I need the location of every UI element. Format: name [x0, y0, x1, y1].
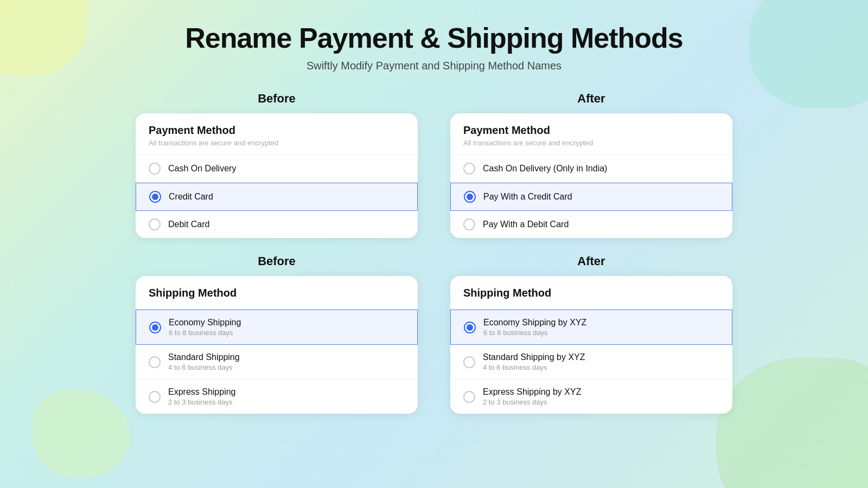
after-shipping-label-economy: Economy Shipping by XYZ	[483, 318, 586, 328]
radio-circle-cod-before	[149, 163, 161, 175]
before-shipping-label: Before	[136, 254, 418, 268]
after-shipping-sub-economy: 6 to 8 business days	[483, 329, 586, 337]
radio-circle-cod-after	[463, 163, 475, 175]
radio-circle-standard-after	[463, 356, 475, 368]
after-shipping-option-economy[interactable]: Economy Shipping by XYZ 6 to 8 business …	[450, 310, 732, 345]
before-shipping-column: Before Shipping Method Economy Shipping …	[136, 254, 418, 414]
before-payment-column: Before Payment Method All transactions a…	[136, 92, 418, 238]
after-shipping-card: Shipping Method Economy Shipping by XYZ …	[450, 276, 732, 414]
after-payment-label-cod: Cash On Delivery (Only in India)	[483, 164, 607, 174]
after-shipping-title: Shipping Method	[463, 287, 719, 299]
after-payment-label: After	[450, 92, 732, 106]
before-shipping-sub-express: 2 to 3 business days	[168, 398, 236, 406]
radio-circle-debit-after	[463, 219, 475, 230]
before-shipping-option-economy[interactable]: Economy Shipping 6 to 8 business days	[136, 310, 418, 345]
before-shipping-label-standard: Standard Shipping	[168, 352, 240, 362]
after-shipping-label-express: Express Shipping by XYZ	[483, 387, 581, 397]
before-shipping-text-express: Express Shipping 2 to 3 business days	[168, 387, 236, 406]
before-payment-label-debit: Debit Card	[168, 220, 209, 229]
after-shipping-sub-standard: 4 to 6 business days	[483, 363, 585, 371]
after-shipping-header: Shipping Method	[450, 276, 732, 310]
after-payment-option-cod[interactable]: Cash On Delivery (Only in India)	[450, 155, 732, 183]
before-payment-header: Payment Method All transactions are secu…	[136, 113, 418, 155]
before-payment-label: Before	[136, 92, 418, 106]
before-payment-option-cod[interactable]: Cash On Delivery	[136, 155, 418, 183]
before-payment-subtitle: All transactions are secure and encrypte…	[149, 139, 405, 147]
before-payment-label-cod: Cash On Delivery	[168, 164, 236, 174]
after-shipping-option-express[interactable]: Express Shipping by XYZ 2 to 3 business …	[450, 380, 732, 414]
after-shipping-text-standard: Standard Shipping by XYZ 4 to 6 business…	[483, 352, 585, 371]
radio-circle-credit-after	[464, 191, 476, 203]
after-payment-header: Payment Method All transactions are secu…	[450, 113, 732, 155]
before-payment-option-credit[interactable]: Credit Card	[136, 183, 418, 211]
radio-circle-express-after	[463, 391, 475, 403]
before-shipping-label-economy: Economy Shipping	[169, 318, 241, 328]
after-payment-label-credit: Pay With a Credit Card	[483, 192, 572, 202]
after-shipping-sub-express: 2 to 3 business days	[483, 398, 581, 406]
before-shipping-sub-economy: 6 to 8 business days	[169, 329, 241, 337]
before-shipping-option-standard[interactable]: Standard Shipping 4 to 6 business days	[136, 345, 418, 380]
comparison-grid: Before Payment Method All transactions a…	[136, 92, 732, 414]
page-subtitle: Swiftly Modify Payment and Shipping Meth…	[307, 60, 561, 72]
before-shipping-header: Shipping Method	[136, 276, 418, 310]
before-shipping-card: Shipping Method Economy Shipping 6 to 8 …	[136, 276, 418, 414]
before-shipping-text-economy: Economy Shipping 6 to 8 business days	[169, 318, 241, 337]
radio-circle-debit-before	[149, 219, 161, 230]
after-shipping-label: After	[450, 254, 732, 268]
after-payment-subtitle: All transactions are secure and encrypte…	[463, 139, 719, 147]
before-payment-card: Payment Method All transactions are secu…	[136, 113, 418, 238]
radio-circle-economy-before	[149, 322, 161, 333]
before-payment-label-credit: Credit Card	[169, 192, 213, 202]
after-shipping-text-express: Express Shipping by XYZ 2 to 3 business …	[483, 387, 581, 406]
before-shipping-label-express: Express Shipping	[168, 387, 236, 397]
after-payment-option-debit[interactable]: Pay With a Debit Card	[450, 211, 732, 238]
after-payment-card: Payment Method All transactions are secu…	[450, 113, 732, 238]
after-payment-label-debit: Pay With a Debit Card	[483, 220, 569, 229]
page-content: Rename Payment & Shipping Methods Swiftl…	[0, 0, 868, 425]
radio-circle-credit-before	[149, 191, 161, 203]
before-shipping-option-express[interactable]: Express Shipping 2 to 3 business days	[136, 380, 418, 414]
after-shipping-option-standard[interactable]: Standard Shipping by XYZ 4 to 6 business…	[450, 345, 732, 380]
after-shipping-label-standard: Standard Shipping by XYZ	[483, 352, 585, 362]
radio-circle-economy-after	[464, 322, 476, 333]
before-shipping-title: Shipping Method	[149, 287, 405, 299]
radio-circle-standard-before	[149, 356, 161, 368]
page-title: Rename Payment & Shipping Methods	[185, 22, 683, 54]
before-payment-option-debit[interactable]: Debit Card	[136, 211, 418, 238]
radio-circle-express-before	[149, 391, 161, 403]
after-payment-column: After Payment Method All transactions ar…	[450, 92, 732, 238]
after-shipping-text-economy: Economy Shipping by XYZ 6 to 8 business …	[483, 318, 586, 337]
after-payment-title: Payment Method	[463, 124, 719, 137]
after-payment-option-credit[interactable]: Pay With a Credit Card	[450, 183, 732, 211]
before-shipping-text-standard: Standard Shipping 4 to 6 business days	[168, 352, 240, 371]
before-payment-title: Payment Method	[149, 124, 405, 137]
after-shipping-column: After Shipping Method Economy Shipping b…	[450, 254, 732, 414]
before-shipping-sub-standard: 4 to 6 business days	[168, 363, 240, 371]
